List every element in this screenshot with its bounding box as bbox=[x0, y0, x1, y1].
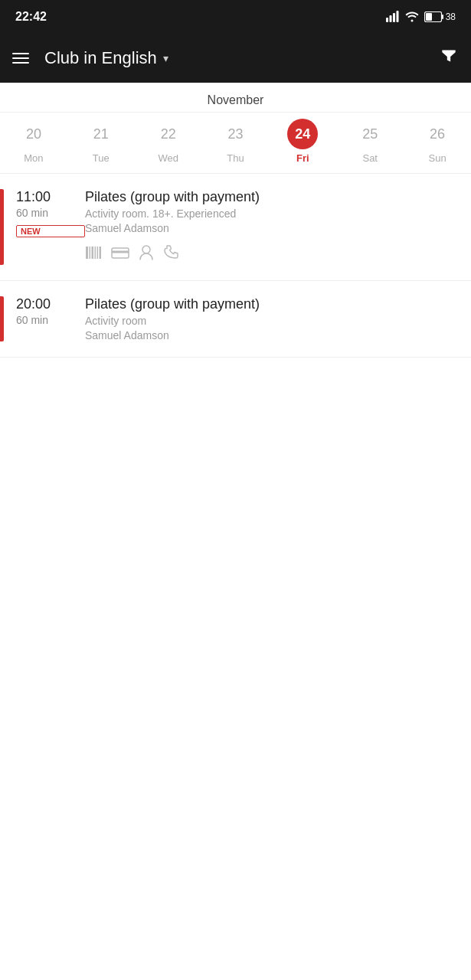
club-title[interactable]: Club in English ▾ bbox=[44, 48, 439, 68]
svg-rect-14 bbox=[112, 251, 129, 253]
day-name: Wed bbox=[158, 152, 178, 164]
status-time: 22:42 bbox=[15, 10, 47, 24]
day-number: 20 bbox=[18, 119, 49, 149]
wifi-icon bbox=[404, 10, 420, 24]
calendar-day-25[interactable]: 25 Sat bbox=[336, 119, 404, 164]
new-badge: NEW bbox=[16, 225, 85, 237]
svg-rect-2 bbox=[393, 13, 395, 22]
calendar-day-22[interactable]: 22 Wed bbox=[135, 119, 202, 164]
svg-point-15 bbox=[142, 246, 150, 253]
class-title: Pilates (group with payment) bbox=[85, 189, 459, 205]
class-subtitle: Activity room. 18+. Experienced bbox=[85, 207, 459, 220]
barcode-icon[interactable] bbox=[85, 246, 102, 263]
filter-icon bbox=[439, 46, 459, 66]
status-bar: 22:42 38 bbox=[0, 0, 471, 34]
class-subtitle: Activity room bbox=[85, 315, 459, 327]
day-name: Fri bbox=[296, 152, 309, 164]
day-name: Tue bbox=[93, 152, 110, 164]
svg-rect-1 bbox=[389, 15, 391, 22]
month-label: November bbox=[0, 83, 471, 113]
svg-rect-7 bbox=[86, 247, 88, 259]
class-time-col: 20:00 60 min bbox=[16, 296, 85, 341]
day-number: 22 bbox=[153, 119, 184, 149]
calendar-day-26[interactable]: 26 Sun bbox=[404, 119, 471, 164]
class-info: Pilates (group with payment) Activity ro… bbox=[85, 296, 459, 341]
svg-rect-9 bbox=[92, 247, 94, 259]
day-name: Sun bbox=[429, 152, 446, 164]
class-time-col: 11:00 60 min NEW bbox=[16, 189, 85, 265]
action-icons bbox=[85, 244, 459, 265]
class-card-0[interactable]: 11:00 60 min NEW Pilates (group with pay… bbox=[0, 174, 471, 281]
svg-rect-8 bbox=[90, 247, 91, 259]
day-number: 25 bbox=[355, 119, 385, 149]
calendar-day-23[interactable]: 23 Thu bbox=[202, 119, 270, 164]
class-title: Pilates (group with payment) bbox=[85, 296, 459, 312]
club-name-label: Club in English bbox=[44, 48, 157, 68]
day-name: Sat bbox=[362, 152, 378, 164]
phone-icon[interactable] bbox=[163, 244, 178, 265]
svg-rect-6 bbox=[442, 15, 443, 19]
class-info: Pilates (group with payment) Activity ro… bbox=[85, 189, 459, 265]
toolbar: Club in English ▾ bbox=[0, 34, 471, 83]
class-duration: 60 min bbox=[16, 207, 85, 219]
class-card-1[interactable]: 20:00 60 min Pilates (group with payment… bbox=[0, 281, 471, 358]
calendar-strip: 20 Mon 21 Tue 22 Wed 23 Thu 24 Fri 25 Sa… bbox=[0, 113, 471, 174]
day-number: 23 bbox=[221, 119, 251, 149]
schedule: 11:00 60 min NEW Pilates (group with pay… bbox=[0, 174, 471, 358]
payment-icon[interactable] bbox=[111, 246, 129, 263]
svg-rect-5 bbox=[426, 13, 432, 21]
user-icon[interactable] bbox=[139, 244, 154, 265]
calendar-day-24[interactable]: 24 Fri bbox=[269, 119, 336, 164]
day-number: 21 bbox=[86, 119, 116, 149]
battery-icon: 38 bbox=[424, 11, 456, 22]
status-icons: 38 bbox=[386, 10, 456, 24]
battery-level: 38 bbox=[446, 11, 456, 22]
calendar-day-20[interactable]: 20 Mon bbox=[0, 119, 67, 164]
day-name: Thu bbox=[227, 152, 244, 164]
signal-icon bbox=[386, 10, 400, 24]
svg-rect-3 bbox=[396, 11, 398, 22]
day-name: Mon bbox=[24, 152, 43, 164]
class-time: 11:00 bbox=[16, 189, 85, 205]
class-duration: 60 min bbox=[16, 314, 85, 326]
svg-rect-0 bbox=[386, 18, 388, 22]
svg-rect-11 bbox=[97, 247, 99, 259]
class-time: 20:00 bbox=[16, 296, 85, 312]
calendar-day-21[interactable]: 21 Tue bbox=[67, 119, 135, 164]
filter-button[interactable] bbox=[439, 46, 459, 70]
class-indicator bbox=[0, 296, 4, 341]
class-instructor: Samuel Adamson bbox=[85, 329, 459, 341]
class-indicator bbox=[0, 189, 4, 265]
svg-rect-10 bbox=[95, 247, 96, 259]
chevron-down-icon: ▾ bbox=[163, 52, 168, 64]
class-instructor: Samuel Adamson bbox=[85, 222, 459, 234]
day-number: 26 bbox=[422, 119, 453, 149]
menu-button[interactable] bbox=[12, 53, 29, 64]
svg-rect-12 bbox=[100, 247, 102, 259]
day-number: 24 bbox=[287, 119, 318, 149]
